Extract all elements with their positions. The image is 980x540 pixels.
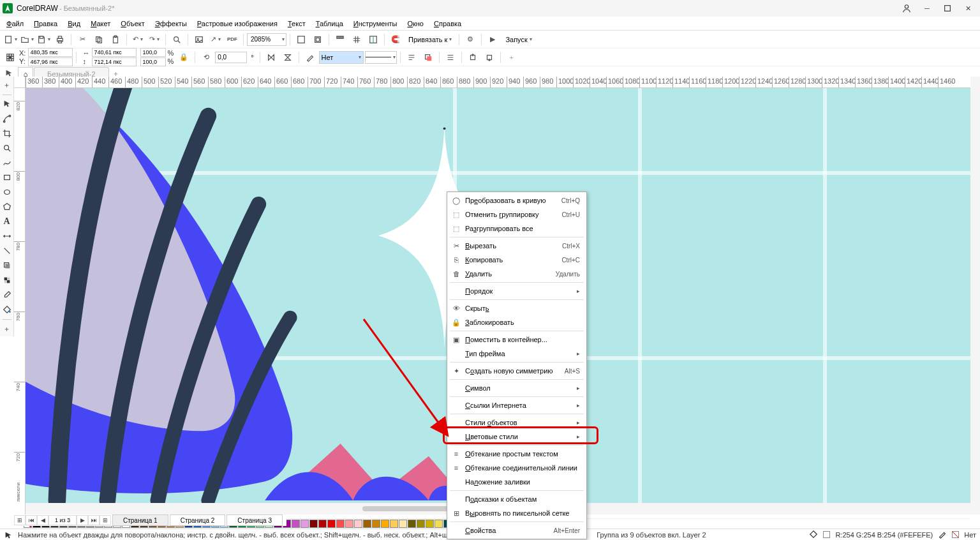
preview-button[interactable] bbox=[310, 33, 325, 47]
tool-freehand[interactable] bbox=[1, 156, 13, 170]
swatch[interactable] bbox=[399, 520, 407, 528]
ctx-item[interactable]: ⊞Выровнять по пиксельной сетке bbox=[447, 506, 586, 520]
wrap-text-button[interactable] bbox=[404, 50, 419, 64]
search-button[interactable] bbox=[169, 33, 184, 47]
tool-crop[interactable] bbox=[1, 126, 13, 140]
h-input[interactable] bbox=[92, 57, 137, 66]
zoom-combo[interactable]: ▾ bbox=[247, 33, 286, 46]
swatch[interactable] bbox=[354, 520, 362, 528]
tool-add[interactable]: ＋ bbox=[1, 78, 13, 92]
y-input[interactable] bbox=[28, 57, 73, 66]
grid-button[interactable] bbox=[349, 33, 364, 47]
scroll-vertical[interactable] bbox=[970, 77, 980, 514]
ctx-item[interactable]: Символ▸ bbox=[447, 381, 586, 395]
window-user-icon[interactable] bbox=[897, 1, 916, 15]
paste-button[interactable] bbox=[108, 33, 123, 47]
tool-add-bottom[interactable]: ＋ bbox=[1, 322, 13, 336]
swatch[interactable] bbox=[417, 520, 425, 528]
swatch[interactable] bbox=[327, 520, 336, 528]
ctx-item[interactable]: 👁Скрыть bbox=[447, 301, 586, 315]
menu-edit[interactable]: Правка bbox=[29, 19, 63, 29]
page-tab-2[interactable]: Страница 2 bbox=[170, 514, 226, 526]
menu-object[interactable]: Объект bbox=[115, 19, 149, 29]
tool-eyedropper[interactable] bbox=[1, 288, 13, 302]
tool-connector[interactable] bbox=[1, 244, 13, 258]
swatch[interactable] bbox=[434, 520, 443, 528]
ctx-item[interactable]: ✂ВырезатьCtrl+X bbox=[447, 239, 586, 253]
page-add-after[interactable]: ⊞ bbox=[100, 515, 111, 525]
page-add-before[interactable]: ⊞ bbox=[14, 515, 26, 525]
copy-button[interactable] bbox=[91, 33, 107, 47]
swatch[interactable] bbox=[381, 520, 389, 528]
swatch[interactable] bbox=[426, 520, 434, 528]
print-button[interactable] bbox=[52, 33, 68, 47]
ruler-corner[interactable] bbox=[14, 77, 26, 88]
outline-width-combo[interactable]: Нет ▾ bbox=[319, 51, 364, 64]
menu-help[interactable]: Справка bbox=[429, 19, 466, 29]
pdf-button[interactable]: PDF bbox=[225, 33, 240, 47]
mirror-h[interactable] bbox=[264, 50, 279, 64]
rulers-button[interactable] bbox=[332, 33, 348, 47]
tool-zoom[interactable] bbox=[1, 141, 13, 155]
export-button[interactable]: ↗ bbox=[208, 33, 223, 47]
ruler-horizontal[interactable]: 3603804004204404604805005205405605806006… bbox=[26, 77, 970, 88]
menu-view[interactable]: Вид bbox=[63, 19, 85, 29]
menu-effects[interactable]: Эффекты bbox=[150, 19, 192, 29]
ctx-item[interactable]: ≡Обтекание простым текстом bbox=[447, 447, 586, 461]
to-back[interactable] bbox=[482, 50, 497, 64]
x-input[interactable] bbox=[28, 48, 73, 57]
ctx-item[interactable]: ⬚Отменить группировкуCtrl+U bbox=[447, 207, 586, 221]
ctx-item[interactable]: СвойстваAlt+Enter bbox=[447, 523, 586, 537]
convert-curve-button[interactable]: + bbox=[504, 50, 519, 64]
snap-to-dropdown[interactable]: Привязать к bbox=[405, 33, 456, 47]
tool-pick[interactable] bbox=[1, 97, 13, 111]
page-tab-1[interactable]: Страница 1 bbox=[112, 514, 168, 526]
tool-transparency[interactable] bbox=[1, 273, 13, 287]
page-info[interactable]: 1 из 3 bbox=[48, 515, 77, 525]
ctx-item[interactable]: ✦Создать новую симметриюAlt+S bbox=[447, 364, 586, 378]
new-button[interactable] bbox=[3, 33, 18, 47]
page-next[interactable]: ▶ bbox=[77, 515, 88, 525]
launch-dropdown[interactable]: Запуск bbox=[501, 33, 535, 47]
swatch[interactable] bbox=[292, 520, 300, 528]
to-front[interactable] bbox=[465, 50, 480, 64]
angle-input[interactable] bbox=[215, 52, 247, 63]
tool-ellipse[interactable] bbox=[1, 185, 13, 199]
window-minimize[interactable]: ─ bbox=[917, 1, 937, 15]
menu-bitmap[interactable]: Растровые изображения bbox=[192, 19, 283, 29]
menu-window[interactable]: Окно bbox=[402, 19, 429, 29]
tool-polygon[interactable] bbox=[1, 200, 13, 214]
ctx-item[interactable]: Порядок▸ bbox=[447, 284, 586, 298]
swatch[interactable] bbox=[336, 520, 345, 528]
save-button[interactable] bbox=[36, 33, 51, 47]
ctx-item[interactable]: Стили объектов▸ bbox=[447, 416, 586, 430]
menu-text[interactable]: Текст bbox=[283, 19, 311, 29]
redo-button[interactable]: ↷ bbox=[147, 33, 162, 47]
ctx-item[interactable]: ◯Преобразовать в кривуюCtrl+Q bbox=[447, 193, 586, 207]
menu-table[interactable]: Таблица bbox=[311, 19, 348, 29]
snap-icon[interactable]: 🧲 bbox=[388, 33, 403, 47]
swatch[interactable] bbox=[318, 520, 327, 528]
swatch[interactable] bbox=[345, 520, 353, 528]
swatch[interactable] bbox=[309, 520, 318, 528]
menu-tools[interactable]: Инструменты bbox=[348, 19, 403, 29]
tool-rectangle[interactable] bbox=[1, 170, 13, 184]
ctx-item[interactable]: 🔒Заблокировать bbox=[447, 315, 586, 329]
front-of-layer[interactable] bbox=[420, 50, 436, 64]
tool-shape[interactable] bbox=[1, 112, 13, 126]
mirror-v[interactable] bbox=[280, 50, 295, 64]
ruler-vertical[interactable]: пиксели 820800780760740720 bbox=[14, 88, 26, 514]
page-prev[interactable]: ◀ bbox=[37, 515, 48, 525]
lock-ratio[interactable]: 🔒 bbox=[176, 50, 191, 64]
ctx-item[interactable]: Цветовые стили▸ bbox=[447, 430, 586, 444]
swatch[interactable] bbox=[301, 520, 309, 528]
ctx-item[interactable]: Подсказки к объектам bbox=[447, 492, 586, 506]
ctx-item[interactable]: 🗑УдалитьУдалить bbox=[447, 267, 586, 281]
tool-dropshadow[interactable] bbox=[1, 259, 13, 273]
ctx-item[interactable]: ▣Поместить в контейнер... bbox=[447, 333, 586, 347]
guides-button[interactable] bbox=[366, 33, 381, 47]
object-origin[interactable] bbox=[3, 50, 18, 64]
swatch[interactable] bbox=[408, 520, 416, 528]
ctx-item[interactable]: Ссылки Интернета▸ bbox=[447, 398, 586, 412]
swatch[interactable] bbox=[372, 520, 380, 528]
